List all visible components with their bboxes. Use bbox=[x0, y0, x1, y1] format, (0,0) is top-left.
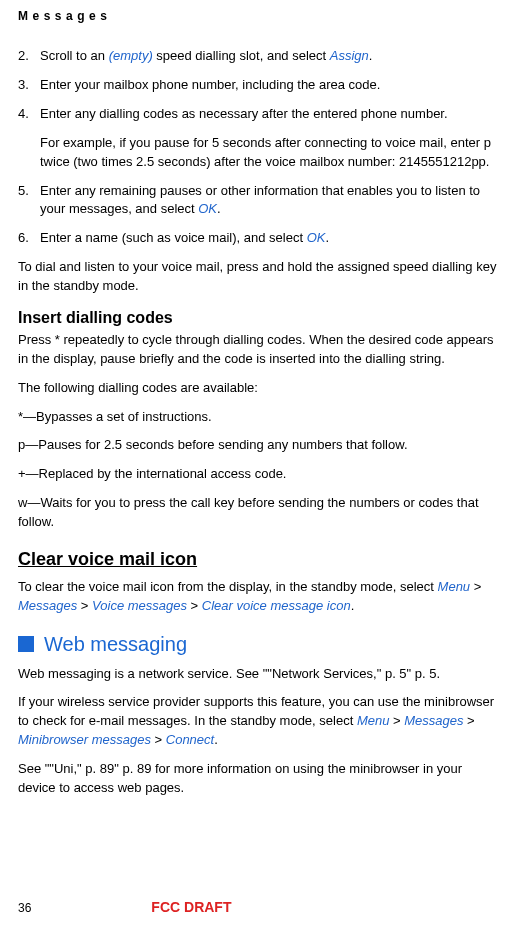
page-footer: 36 FCC DRAFT bbox=[18, 897, 499, 917]
step-text: Enter a name (such as voice mail), and s… bbox=[40, 229, 499, 248]
messages-link: Messages bbox=[404, 713, 463, 728]
separator: > bbox=[389, 713, 404, 728]
clear-voicemail-heading: Clear voice mail icon bbox=[18, 546, 499, 572]
fcc-draft-label: FCC DRAFT bbox=[151, 897, 231, 917]
separator: > bbox=[470, 579, 481, 594]
code-p: p—Pauses for 2.5 seconds before sending … bbox=[18, 436, 499, 455]
step-2: 2. Scroll to an (empty) speed dialling s… bbox=[18, 47, 499, 66]
step-text: Scroll to an (empty) speed dialling slot… bbox=[40, 47, 499, 66]
step-5: 5. Enter any remaining pauses or other i… bbox=[18, 182, 499, 220]
voice-messages-link: Voice messages bbox=[92, 598, 187, 613]
code-plus: +—Replaced by the international access c… bbox=[18, 465, 499, 484]
step-text: Enter your mailbox phone number, includi… bbox=[40, 76, 499, 95]
page-header: Messages bbox=[18, 8, 499, 25]
text-pre: Scroll to an bbox=[40, 48, 109, 63]
text-end: . bbox=[369, 48, 373, 63]
code-star: *—Bypasses a set of instructions. bbox=[18, 408, 499, 427]
web-provider-text: If your wireless service provider suppor… bbox=[18, 693, 499, 750]
messages-link: Messages bbox=[18, 598, 77, 613]
text-end: . bbox=[217, 201, 221, 216]
step-3: 3. Enter your mailbox phone number, incl… bbox=[18, 76, 499, 95]
step-number: 3. bbox=[18, 76, 40, 95]
dial-note: To dial and listen to your voice mail, p… bbox=[18, 258, 499, 296]
text-pre: To clear the voice mail icon from the di… bbox=[18, 579, 438, 594]
web-messaging-title: Web messaging bbox=[44, 630, 187, 659]
step-number: 6. bbox=[18, 229, 40, 248]
web-see-reference: See ""Uni," p. 89" p. 89 for more inform… bbox=[18, 760, 499, 798]
minibrowser-link: Minibrowser messages bbox=[18, 732, 151, 747]
step-text: Enter any dialling codes as necessary af… bbox=[40, 105, 499, 124]
separator: > bbox=[151, 732, 166, 747]
clear-voicemail-text: To clear the voice mail icon from the di… bbox=[18, 578, 499, 616]
separator: > bbox=[187, 598, 202, 613]
web-messaging-heading: Web messaging bbox=[18, 630, 499, 659]
code-w: w—Waits for you to press the call key be… bbox=[18, 494, 499, 532]
assign-label: Assign bbox=[330, 48, 369, 63]
step-4: 4. Enter any dialling codes as necessary… bbox=[18, 105, 499, 124]
text-end: . bbox=[351, 598, 355, 613]
web-intro: Web messaging is a network service. See … bbox=[18, 665, 499, 684]
codes-available: The following dialling codes are availab… bbox=[18, 379, 499, 398]
separator: > bbox=[464, 713, 475, 728]
step-6: 6. Enter a name (such as voice mail), an… bbox=[18, 229, 499, 248]
text-pre: Enter any remaining pauses or other info… bbox=[40, 183, 480, 217]
clear-icon-link: Clear voice message icon bbox=[202, 598, 351, 613]
menu-link: Menu bbox=[438, 579, 471, 594]
step-number: 4. bbox=[18, 105, 40, 124]
menu-link: Menu bbox=[357, 713, 390, 728]
empty-label: (empty) bbox=[109, 48, 153, 63]
separator: > bbox=[77, 598, 92, 613]
text-pre: Enter a name (such as voice mail), and s… bbox=[40, 230, 307, 245]
step-4-detail: For example, if you pause for 5 seconds … bbox=[40, 134, 499, 172]
text-end: . bbox=[214, 732, 218, 747]
text-end: . bbox=[325, 230, 329, 245]
ok-label: OK bbox=[198, 201, 217, 216]
connect-link: Connect bbox=[166, 732, 214, 747]
square-bullet-icon bbox=[18, 636, 34, 652]
step-number: 2. bbox=[18, 47, 40, 66]
ok-label: OK bbox=[307, 230, 326, 245]
step-text: Enter any remaining pauses or other info… bbox=[40, 182, 499, 220]
page-number: 36 bbox=[18, 900, 31, 917]
insert-intro: Press * repeatedly to cycle through dial… bbox=[18, 331, 499, 369]
text-mid: speed dialling slot, and select bbox=[153, 48, 330, 63]
insert-codes-heading: Insert dialling codes bbox=[18, 306, 499, 329]
step-number: 5. bbox=[18, 182, 40, 220]
